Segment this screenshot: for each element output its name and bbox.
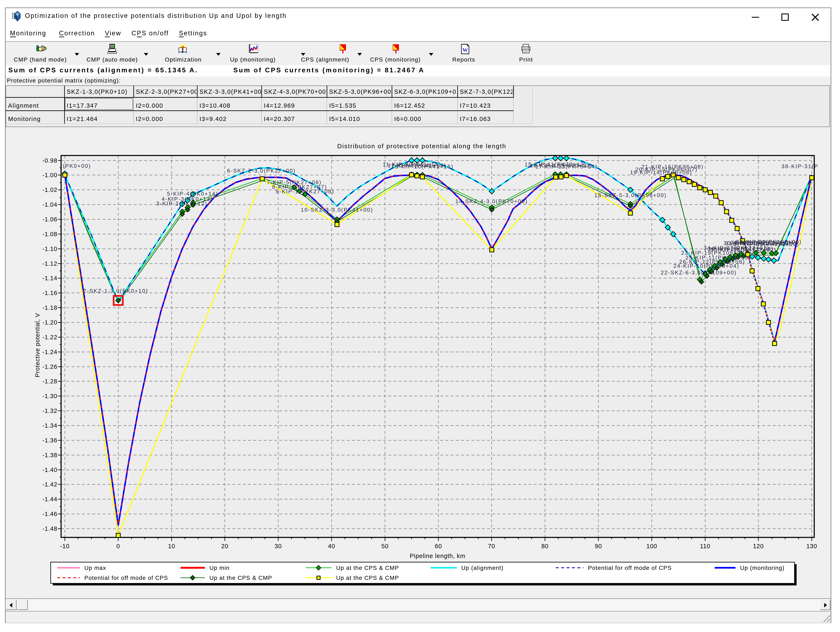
svg-text:0: 0 — [116, 543, 120, 550]
svg-text:Potential for off mode of CPS: Potential for off mode of CPS — [588, 565, 672, 571]
svg-text:90: 90 — [595, 543, 602, 550]
svg-text:-1.48: -1.48 — [43, 525, 57, 532]
svg-text:20: 20 — [221, 543, 229, 550]
svg-text:2-SKZ-1-3,0(PK0+10): 2-SKZ-1-3,0(PK0+10) — [83, 288, 148, 294]
svg-text:38-KIP-31(P: 38-KIP-31(P — [782, 163, 818, 169]
svg-text:Up max: Up max — [84, 565, 106, 571]
svg-text:-1.02: -1.02 — [43, 187, 57, 193]
svg-text:13-KIP-10(PK41+16): 13-KIP-10(PK41+16) — [391, 163, 453, 169]
svg-text:Up at the CPS & CMP: Up at the CPS & CMP — [209, 575, 272, 581]
svg-text:9-KIP-17(PK27+08): 9-KIP-17(PK27+08) — [276, 188, 334, 195]
svg-text:110: 110 — [700, 543, 711, 550]
svg-text:-1.30: -1.30 — [43, 393, 57, 399]
svg-text:Potential for off mode of CPS: Potential for off mode of CPS — [84, 575, 168, 581]
svg-text:50: 50 — [382, 543, 389, 550]
svg-text:35-KIP-28(PK122+02): 35-KIP-28(PK122+02) — [711, 247, 776, 253]
svg-text:-1.40: -1.40 — [43, 467, 57, 473]
svg-text:22-SKZ-6-3,0(PK109+00): 22-SKZ-6-3,0(PK109+00) — [661, 269, 737, 276]
svg-text:6-SKZ-2-3,0(PK27+00): 6-SKZ-2-3,0(PK27+00) — [227, 168, 296, 174]
svg-text:-1.18: -1.18 — [43, 304, 57, 311]
svg-text:80: 80 — [542, 543, 549, 550]
svg-text:Up min: Up min — [209, 565, 230, 571]
svg-text:Up at the CPS & CMP: Up at the CPS & CMP — [336, 575, 399, 581]
svg-text:-1.24: -1.24 — [43, 348, 57, 355]
svg-text:18-SKZ-5-3,0(PK96+00): 18-SKZ-5-3,0(PK96+00) — [594, 192, 667, 198]
svg-text:-1.22: -1.22 — [43, 334, 57, 341]
svg-text:17-KIP-13(PK70+14): 17-KIP-13(PK70+14) — [535, 163, 598, 169]
svg-text:Up at the CPS & CMP: Up at the CPS & CMP — [336, 565, 399, 571]
svg-text:120: 120 — [753, 543, 764, 550]
svg-text:-1.38: -1.38 — [43, 452, 57, 458]
svg-text:-1.20: -1.20 — [43, 319, 57, 326]
svg-text:5-KIP-4(PK0+14): 5-KIP-4(PK0+14) — [167, 191, 218, 197]
svg-text:Protective potential, V: Protective potential, V — [34, 313, 41, 377]
svg-text:40: 40 — [328, 543, 335, 550]
svg-text:-1.46: -1.46 — [43, 511, 57, 517]
svg-text:Distribution of protective pot: Distribution of protective potential alo… — [337, 143, 506, 149]
svg-text:-1.14: -1.14 — [43, 275, 57, 282]
svg-text:-1.10: -1.10 — [43, 246, 57, 252]
svg-text:60: 60 — [435, 543, 442, 550]
svg-text:Up (monitoring): Up (monitoring) — [740, 565, 785, 571]
svg-text:-1.04: -1.04 — [43, 201, 57, 208]
svg-text:-1.28: -1.28 — [43, 378, 57, 385]
svg-text:(PK0+00): (PK0+00) — [63, 163, 91, 169]
svg-text:-1.16: -1.16 — [43, 290, 57, 296]
svg-text:130: 130 — [806, 543, 817, 550]
svg-text:-1.44: -1.44 — [43, 496, 57, 502]
svg-text:100: 100 — [646, 543, 657, 550]
svg-text:-1.00: -1.00 — [43, 172, 57, 178]
svg-text:-1.34: -1.34 — [43, 422, 57, 429]
svg-text:30: 30 — [275, 543, 282, 550]
svg-text:14-SKZ-4-3,0(PK70+00): 14-SKZ-4-3,0(PK70+00) — [455, 198, 528, 204]
svg-text:Pipeline length, km: Pipeline length, km — [410, 553, 466, 559]
svg-text:10: 10 — [168, 543, 175, 550]
svg-text:-1.06: -1.06 — [43, 216, 57, 223]
svg-text:24-KIP-10(PK109+04): 24-KIP-10(PK109+04) — [673, 263, 739, 269]
svg-text:21-KIP-16(PK96+08): 21-KIP-16(PK96+08) — [641, 164, 704, 170]
svg-text:Up (alignment): Up (alignment) — [461, 565, 504, 571]
svg-text:-1.32: -1.32 — [43, 407, 57, 414]
svg-text:-1.26: -1.26 — [43, 363, 57, 370]
svg-text:-1.12: -1.12 — [43, 260, 57, 267]
svg-text:-1.42: -1.42 — [43, 481, 57, 488]
svg-text:-1.08: -1.08 — [43, 231, 57, 238]
svg-text:-10: -10 — [60, 543, 69, 550]
svg-text:70: 70 — [488, 543, 495, 550]
svg-text:-1.36: -1.36 — [43, 437, 57, 444]
svg-text:-0.98: -0.98 — [43, 157, 57, 164]
svg-text:10-SKZ-3-3,0(PK41+00): 10-SKZ-3-3,0(PK41+00) — [301, 207, 373, 213]
